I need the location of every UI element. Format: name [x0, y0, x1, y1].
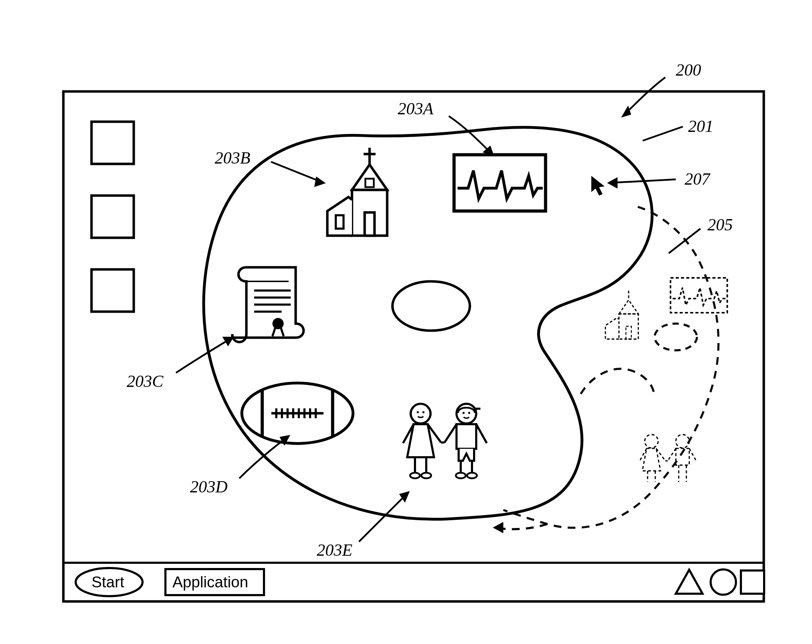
ekg-monitor-icon[interactable]	[454, 155, 546, 211]
application-button[interactable]: Application	[165, 569, 264, 595]
tray-square-icon[interactable]	[741, 571, 764, 594]
svg-point-24	[422, 411, 424, 413]
application-button-label: Application	[172, 573, 248, 591]
diagram-svg: 200 201 203A 203B 203C 203D 203E 205 207…	[0, 0, 812, 644]
svg-point-29	[456, 404, 476, 423]
start-button-label: Start	[92, 573, 124, 591]
svg-rect-5	[365, 179, 374, 187]
svg-point-22	[411, 404, 430, 423]
tray-icons	[676, 569, 764, 595]
ref-201: 201	[688, 117, 713, 135]
sidebar-square-2	[92, 196, 134, 238]
svg-rect-6	[454, 155, 546, 211]
svg-rect-3	[365, 212, 374, 236]
ref-207: 207	[685, 169, 711, 188]
ref-200: 200	[676, 61, 701, 79]
svg-point-23	[417, 411, 419, 413]
svg-point-36	[467, 473, 477, 478]
tray-circle-icon[interactable]	[711, 569, 736, 595]
svg-point-30	[462, 412, 465, 414]
ref-203C: 203C	[127, 372, 164, 390]
svg-rect-4	[336, 215, 343, 228]
svg-rect-32	[456, 424, 476, 449]
start-button[interactable]: Start	[76, 568, 142, 596]
football-icon[interactable]	[242, 383, 353, 443]
sidebar-square-3	[92, 269, 134, 312]
svg-point-0	[392, 282, 470, 330]
svg-point-11	[272, 318, 284, 329]
svg-point-28	[421, 473, 431, 478]
ref-205: 205	[707, 215, 733, 234]
sidebar-square-1	[92, 122, 134, 164]
svg-point-31	[468, 412, 470, 414]
ref-203A: 203A	[398, 99, 433, 118]
ref-203D: 203D	[190, 477, 228, 496]
svg-point-27	[410, 473, 420, 478]
svg-point-35	[456, 473, 466, 478]
ref-203E: 203E	[317, 540, 352, 559]
ref-203B: 203B	[215, 148, 250, 167]
